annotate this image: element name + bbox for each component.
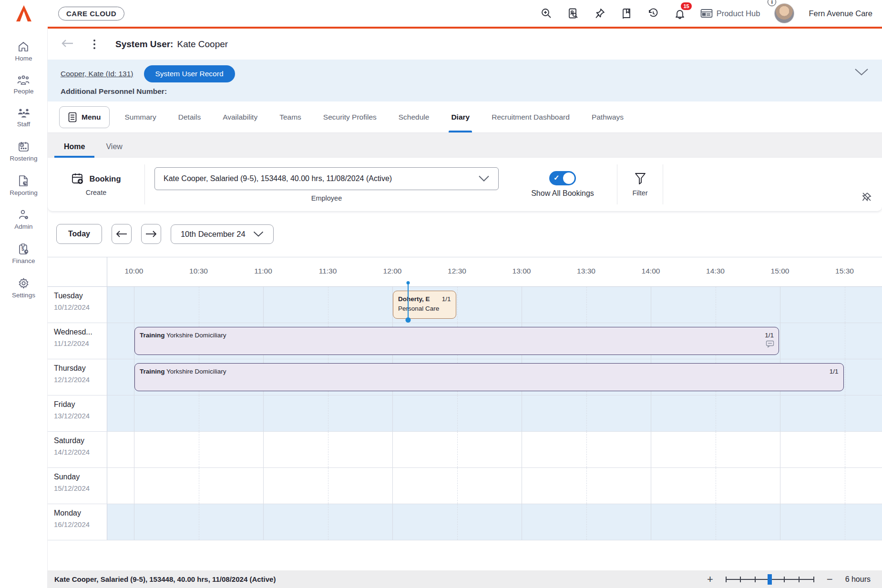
user-avatar[interactable]: i: [774, 3, 794, 23]
menu-button[interactable]: Menu: [59, 106, 110, 128]
pin-icon[interactable]: [594, 7, 606, 20]
zoom-slider[interactable]: [726, 574, 814, 585]
grid-line: [328, 432, 328, 467]
day-label-cell[interactable]: Wednesd...11/12/2024: [48, 323, 107, 359]
home-icon: [18, 41, 29, 52]
create-label: Create: [86, 189, 107, 196]
sidebar-item-home[interactable]: Home: [15, 41, 32, 62]
arrow-left-icon: [116, 230, 127, 238]
booking-event[interactable]: Doherty, E1/1Personal Care: [393, 291, 456, 319]
unpin-icon[interactable]: [861, 191, 872, 204]
record-link[interactable]: Cooper, Kate (Id: 131): [61, 70, 133, 78]
employee-field-label: Employee: [311, 194, 342, 202]
zoom-in-button[interactable]: +: [707, 574, 713, 585]
day-name: Wednesd...: [54, 328, 107, 336]
info-icon[interactable]: i: [768, 0, 776, 6]
day-label-cell[interactable]: Sunday15/12/2024: [48, 468, 107, 504]
day-date: 16/12/2024: [54, 520, 107, 528]
bookmark-icon[interactable]: [620, 7, 633, 20]
person-search-icon[interactable]: [567, 7, 579, 20]
brand-logo-icon[interactable]: [0, 4, 48, 22]
zoom-slider-tick: [784, 577, 785, 582]
zoom-search-icon[interactable]: [540, 7, 553, 20]
day-label-cell[interactable]: Tuesday10/12/2024: [48, 287, 107, 323]
notifications-bell-icon[interactable]: 15: [674, 7, 686, 20]
time-tick-label: 11:00: [244, 267, 282, 275]
subtab-view[interactable]: View: [95, 142, 133, 158]
sidebar-item-staff[interactable]: Staff: [17, 108, 31, 128]
tab-teams[interactable]: Teams: [268, 101, 312, 132]
next-day-button[interactable]: [141, 224, 161, 244]
kebab-menu-icon[interactable]: [92, 38, 97, 51]
event-type: Training: [140, 368, 165, 375]
tab-schedule[interactable]: Schedule: [388, 101, 441, 132]
employee-select[interactable]: Kate Cooper, Salaried (9-5), 153448, 40.…: [154, 167, 499, 190]
tab-details[interactable]: Details: [167, 101, 212, 132]
sidebar-item-settings[interactable]: Settings: [12, 277, 35, 299]
zoom-slider-tick: [740, 577, 741, 582]
comment-icon[interactable]: [766, 340, 774, 351]
day-timeline[interactable]: Training Yorkshire Domiciliary1/1: [107, 359, 882, 395]
organisation-name: Fern Avenue Care: [809, 9, 872, 18]
subtab-home[interactable]: Home: [53, 142, 95, 158]
today-button[interactable]: Today: [56, 224, 102, 244]
date-dropdown[interactable]: 10th December 24: [171, 224, 274, 244]
grid-line: [134, 504, 134, 540]
collapse-chevron-icon[interactable]: [854, 68, 869, 78]
grid-line: [199, 468, 199, 504]
time-tick-label: 12:30: [438, 267, 476, 275]
booking-event[interactable]: Training Yorkshire Domiciliary1/1: [134, 363, 844, 391]
grid-line: [845, 504, 845, 540]
grid-line: [780, 504, 780, 540]
grid-line: [651, 395, 651, 431]
sidebar-item-reporting[interactable]: Reporting: [10, 175, 38, 196]
main-content: System User:Kate Cooper Cooper, Kate (Id…: [48, 29, 882, 588]
day-label-cell[interactable]: Monday16/12/2024: [48, 504, 107, 540]
grid-line: [328, 468, 328, 504]
back-arrow-icon[interactable]: [61, 39, 73, 50]
sidebar-item-finance[interactable]: $Finance: [12, 243, 35, 264]
grid-line: [586, 468, 587, 504]
booking-event[interactable]: Training Yorkshire Domiciliary1/1: [134, 327, 779, 355]
show-all-bookings-toggle[interactable]: ✓: [549, 171, 576, 185]
grid-line: [586, 504, 587, 540]
day-timeline[interactable]: [107, 468, 882, 504]
zoom-slider-thumb[interactable]: [768, 574, 772, 585]
sidebar-item-rostering[interactable]: Rostering: [10, 141, 38, 162]
day-timeline[interactable]: [107, 504, 882, 540]
day-timeline[interactable]: Doherty, E1/1Personal Care: [107, 287, 882, 323]
previous-day-button[interactable]: [112, 224, 132, 244]
tab-diary[interactable]: Diary: [440, 101, 481, 132]
sidebar-item-admin[interactable]: Admin: [14, 209, 32, 230]
booking-label: Booking: [90, 174, 121, 183]
reporting-icon: [18, 175, 29, 187]
grid-line: [651, 287, 651, 323]
day-timeline[interactable]: Training Yorkshire Domiciliary1/1: [107, 323, 882, 359]
day-label-cell[interactable]: Thursday12/12/2024: [48, 359, 107, 395]
event-count: 1/1: [830, 367, 839, 376]
tab-availability[interactable]: Availability: [212, 101, 268, 132]
tab-pathways[interactable]: Pathways: [581, 101, 635, 132]
day-timeline[interactable]: [107, 395, 882, 431]
day-label-cell[interactable]: Friday13/12/2024: [48, 395, 107, 431]
tab-summary[interactable]: Summary: [113, 101, 167, 132]
history-icon[interactable]: [647, 7, 659, 20]
zoom-out-button[interactable]: −: [827, 574, 833, 585]
topbar: CARE CLOUD 15 Product Hub: [0, 0, 882, 27]
day-date: 14/12/2024: [54, 448, 107, 456]
filter-funnel-icon: [635, 172, 646, 185]
page-title-label: System User:: [115, 39, 173, 49]
tab-security-profiles[interactable]: Security Profiles: [312, 101, 388, 132]
day-timeline[interactable]: [107, 432, 882, 467]
day-label-cell[interactable]: Saturday14/12/2024: [48, 432, 107, 467]
create-booking-button[interactable]: Booking Create: [48, 158, 144, 211]
zoom-slider-tick: [799, 577, 800, 582]
finance-icon: $: [18, 243, 30, 255]
tab-recruitment-dashboard[interactable]: Recruitment Dashboard: [481, 101, 581, 132]
grid-line: [457, 432, 458, 467]
sidebar-item-people[interactable]: People: [13, 75, 33, 95]
day-date: 15/12/2024: [54, 484, 107, 492]
system-user-record-button[interactable]: System User Record: [144, 65, 235, 82]
product-hub-button[interactable]: Product Hub: [700, 8, 760, 19]
filter-button[interactable]: Filter: [617, 158, 663, 211]
